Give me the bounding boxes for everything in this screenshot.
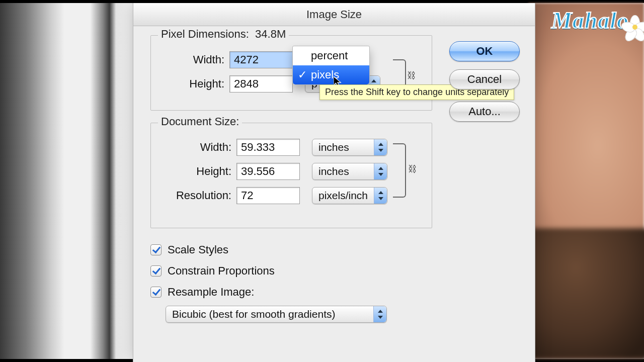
- px-width-label: Width:: [162, 53, 229, 66]
- constrain-proportions-label: Constrain Proportions: [168, 264, 275, 278]
- resolution-label: Resolution:: [162, 189, 236, 202]
- doc-width-label: Width:: [162, 141, 236, 154]
- resolution-unit-select[interactable]: pixels/inch: [312, 187, 387, 204]
- cancel-button[interactable]: Cancel: [449, 69, 520, 89]
- checkmark-icon: ✓: [298, 68, 307, 81]
- resample-image-label: Resample Image:: [168, 286, 254, 299]
- px-height-input[interactable]: [229, 75, 293, 93]
- constrain-proportions-checkbox[interactable]: [150, 265, 162, 277]
- background-photo: [528, 3, 644, 359]
- doc-height-label: Height:: [162, 165, 236, 178]
- px-width-input[interactable]: [229, 51, 293, 68]
- resample-method-row: Bicubic (best for smooth gradients): [166, 306, 387, 323]
- doc-width-unit-select[interactable]: inches: [312, 139, 387, 156]
- menu-item-pixels[interactable]: ✓ pixels: [293, 65, 369, 84]
- brand-logo: Mahalo: [551, 9, 629, 32]
- resolution-input[interactable]: [236, 187, 300, 204]
- screen: Mahalo Image Size Pixel Dimensions: 34.8…: [0, 0, 644, 362]
- auto-button[interactable]: Auto...: [449, 102, 520, 122]
- menu-item-percent[interactable]: percent: [293, 46, 369, 65]
- doc-height-input[interactable]: [236, 163, 300, 180]
- document-size-legend: Document Size:: [158, 115, 242, 128]
- chain-link-icon: ⛓: [408, 164, 417, 174]
- chain-link-icon: ⛓: [407, 70, 416, 81]
- unit-dropdown-menu[interactable]: percent ✓ pixels: [292, 46, 370, 85]
- document-size-group: Document Size: Width: inches Height: inc…: [150, 123, 432, 228]
- plumeria-icon: [623, 15, 644, 39]
- options-checkboxes: Scale Styles Constrain Proportions Resam…: [150, 239, 275, 303]
- resample-method-select[interactable]: Bicubic (best for smooth gradients): [166, 306, 387, 323]
- dialog-title: Image Size: [133, 3, 535, 26]
- scale-styles-label: Scale Styles: [168, 243, 228, 256]
- scale-styles-checkbox[interactable]: [150, 244, 162, 255]
- doc-height-unit-select[interactable]: inches: [312, 163, 387, 180]
- file-size-value: 34.8M: [255, 28, 286, 40]
- px-height-label: Height:: [162, 77, 229, 90]
- ok-button[interactable]: OK: [449, 41, 520, 61]
- doc-width-input[interactable]: [236, 139, 300, 156]
- resample-image-checkbox[interactable]: [150, 287, 162, 298]
- image-size-dialog: Image Size Pixel Dimensions: 34.8M Width…: [133, 3, 535, 362]
- link-bracket-icon: [393, 143, 406, 198]
- pixel-dimensions-legend: Pixel Dimensions: 34.8M: [158, 28, 289, 41]
